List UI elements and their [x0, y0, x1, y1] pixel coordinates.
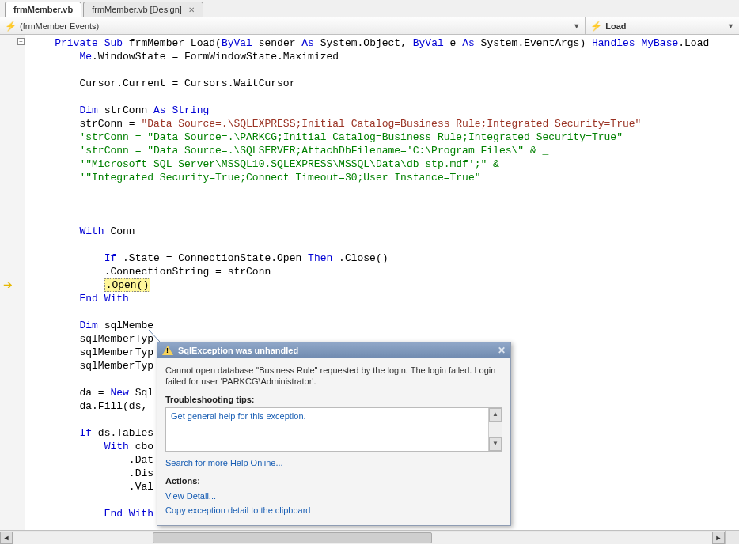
lightning-icon: ⚡: [590, 21, 602, 32]
troubleshooting-tips-label: Troubleshooting tips:: [165, 395, 502, 404]
scroll-down-button[interactable]: ▼: [489, 437, 502, 451]
view-detail-link[interactable]: View Detail...: [165, 491, 216, 501]
code-editor[interactable]: − ➔ Private Sub frmMember_Load(ByVal sen…: [0, 35, 739, 544]
tab-frmmember-vb[interactable]: frmMember.vb: [5, 2, 81, 17]
document-tabs: frmMember.vb frmMember.vb [Design] ✕: [0, 0, 739, 17]
scroll-track[interactable]: [489, 422, 502, 437]
close-icon[interactable]: ✕: [498, 345, 506, 356]
tab-label: frmMember.vb: [13, 5, 73, 14]
current-statement-highlight: .Open(): [104, 278, 151, 292]
outline-collapse-toggle[interactable]: −: [17, 38, 25, 45]
lightning-icon: ⚡: [5, 21, 17, 32]
chevron-down-icon: ▼: [573, 22, 580, 30]
horizontal-scrollbar[interactable]: ◄ ►: [0, 530, 725, 544]
search-help-online-link[interactable]: Search for more Help Online...: [165, 458, 283, 467]
actions-label: Actions:: [165, 471, 502, 486]
scroll-thumb[interactable]: [153, 532, 433, 543]
tips-listbox: Get general help for this exception. ▲ ▼: [165, 407, 502, 452]
class-dropdown-value: (frmMember Events): [20, 21, 99, 31]
scroll-track[interactable]: [13, 532, 712, 544]
tab-label: frmMember.vb [Design]: [92, 5, 182, 14]
scroll-left-button[interactable]: ◄: [0, 532, 13, 544]
current-line-arrow-icon: ➔: [3, 278, 13, 291]
gutter: − ➔: [0, 35, 25, 544]
chevron-down-icon: ▼: [727, 22, 734, 30]
tab-frmmember-design[interactable]: frmMember.vb [Design] ✕: [83, 2, 203, 17]
exception-title: SqlException was unhandled: [178, 346, 298, 355]
exception-message: Cannot open database "Business Rule" req…: [165, 365, 502, 387]
scroll-up-button[interactable]: ▲: [489, 408, 502, 422]
exception-popup: SqlException was unhandled ✕ Cannot open…: [157, 342, 511, 526]
exception-popup-title-bar: SqlException was unhandled ✕: [157, 342, 510, 358]
tips-scrollbar[interactable]: ▲ ▼: [488, 408, 502, 451]
copy-exception-link[interactable]: Copy exception detail to the clipboard: [165, 505, 310, 515]
method-dropdown-value: Load: [605, 21, 626, 31]
class-dropdown[interactable]: ⚡ (frmMember Events) ▼: [0, 17, 586, 34]
member-dropdown-bar: ⚡ (frmMember Events) ▼ ⚡ Load ▼: [0, 17, 739, 35]
warning-icon: [162, 345, 173, 356]
close-icon[interactable]: ✕: [188, 6, 195, 14]
scroll-corner: [725, 530, 739, 544]
tip-general-help-link[interactable]: Get general help for this exception.: [171, 411, 306, 421]
method-dropdown[interactable]: ⚡ Load ▼: [586, 17, 739, 34]
scroll-right-button[interactable]: ►: [712, 532, 725, 544]
exception-popup-body: Cannot open database "Business Rule" req…: [157, 358, 510, 525]
